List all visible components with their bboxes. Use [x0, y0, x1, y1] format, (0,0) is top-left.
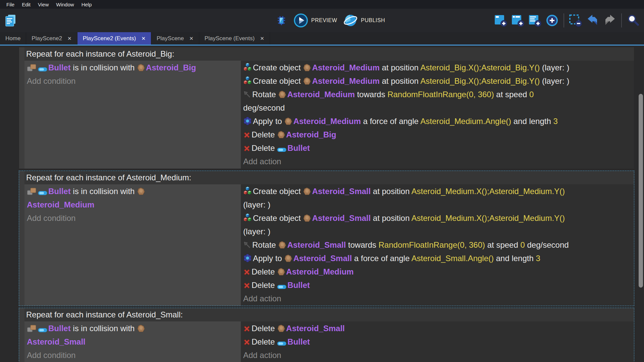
gdevelop-window: File Edit View Window Help PREVIEW PUBLI… — [0, 0, 644, 362]
tab-label: PlayScene2 — [32, 35, 62, 42]
text-obj: Bullet — [48, 63, 71, 72]
add-condition-button[interactable]: Add condition — [27, 74, 238, 88]
action-line[interactable]: Create object Asteroid_Small at position… — [243, 185, 632, 212]
add-action-button[interactable]: Add action — [243, 349, 632, 362]
add-subevent-button[interactable] — [511, 13, 525, 28]
text-plain: Delete — [252, 324, 277, 333]
tab-playscene-events[interactable]: PlayScene (Events)✕ — [199, 32, 270, 45]
text-plain: is in collision with — [71, 324, 137, 333]
vertical-scrollbar-thumb[interactable] — [639, 94, 643, 288]
preview-button[interactable]: PREVIEW — [293, 12, 338, 28]
menu-file[interactable]: File — [3, 1, 18, 8]
event-drag-handle[interactable] — [19, 47, 24, 169]
undo-button[interactable] — [585, 13, 600, 28]
tab-close-icon[interactable]: ✕ — [141, 36, 146, 42]
event-drag-handle[interactable] — [19, 308, 24, 362]
action-line[interactable]: Create object Asteroid_Medium at positio… — [243, 74, 632, 88]
text-plain: at position — [380, 63, 420, 72]
actions-cell[interactable]: Delete Asteroid_SmallDelete BulletAdd ac… — [241, 321, 634, 362]
add-circle-button[interactable] — [545, 13, 559, 28]
text-obj: Asteroid_Small — [287, 240, 346, 249]
action-line[interactable]: Delete Asteroid_Small — [243, 322, 632, 335]
text-obj: Asteroid_Big — [146, 63, 196, 72]
condition-line[interactable]: Bullet is in collision with Asteroid_Sma… — [27, 322, 238, 349]
condition-line[interactable]: Bullet is in collision with Asteroid_Med… — [27, 185, 238, 212]
action-line[interactable]: Apply to Asteroid_Medium a force of angl… — [243, 115, 632, 128]
text-plain: towards — [346, 240, 378, 249]
action-line[interactable]: Delete Bullet — [243, 279, 632, 292]
repeat-event-header[interactable]: Repeat for each instance of Asteroid_Big… — [24, 47, 634, 61]
rotate-icon — [243, 90, 251, 99]
search-button[interactable] — [626, 13, 641, 28]
conditions-cell[interactable]: Bullet is in collision with Asteroid_Big… — [24, 61, 241, 169]
text-plain: at position — [380, 76, 420, 85]
project-manager-button[interactable] — [4, 13, 17, 27]
repeat-event-header[interactable]: Repeat for each instance of Asteroid_Sma… — [24, 308, 634, 321]
tab-close-icon[interactable]: ✕ — [260, 36, 264, 42]
tab-home[interactable]: Home — [0, 32, 26, 45]
asteroid-icon — [278, 241, 286, 249]
tab-playscene2[interactable]: PlayScene2✕ — [26, 32, 77, 45]
text-expr: 3 — [536, 254, 540, 263]
text-obj: Asteroid_Small — [312, 214, 371, 223]
tab-playscene[interactable]: PlayScene✕ — [151, 32, 199, 45]
delete-selection-icon — [569, 14, 582, 27]
action-line[interactable]: Delete Asteroid_Medium — [243, 265, 632, 279]
collision-icon — [27, 324, 37, 333]
collision-icon — [27, 64, 37, 72]
delete-icon — [243, 268, 251, 276]
tab-close-icon[interactable]: ✕ — [67, 36, 72, 42]
condition-line[interactable]: Bullet is in collision with Asteroid_Big — [27, 61, 238, 74]
delete-selection-button[interactable] — [568, 13, 583, 28]
bullet-icon — [38, 67, 47, 72]
add-comment-button[interactable] — [528, 13, 542, 28]
add-event-button[interactable] — [493, 13, 508, 28]
action-line[interactable]: Rotate Asteroid_Medium towards RandomFlo… — [243, 88, 632, 115]
add-action-button[interactable]: Add action — [243, 155, 632, 168]
text-obj: Bullet — [287, 337, 310, 346]
action-line[interactable]: Create object Asteroid_Small at position… — [243, 212, 632, 238]
action-line[interactable]: Delete Bullet — [243, 141, 632, 155]
event-block[interactable]: Repeat for each instance of Asteroid_Sma… — [19, 308, 634, 362]
menu-window[interactable]: Window — [52, 1, 77, 8]
tab-close-icon[interactable]: ✕ — [189, 36, 194, 42]
text-plain: Apply to — [253, 254, 284, 263]
add-condition-button[interactable]: Add condition — [27, 349, 238, 362]
action-line[interactable]: Rotate Asteroid_Small towards RandomFloa… — [243, 238, 632, 252]
event-block[interactable]: Repeat for each instance of Asteroid_Big… — [19, 47, 634, 169]
text-obj: Asteroid_Medium — [286, 267, 354, 276]
text-plain: Delete — [252, 281, 277, 290]
conditions-cell[interactable]: Bullet is in collision with Asteroid_Med… — [24, 184, 241, 306]
event-block[interactable]: Repeat for each instance of Asteroid_Med… — [19, 171, 634, 306]
text-expr: 3 — [553, 117, 557, 126]
text-obj: Asteroid_Big — [286, 130, 336, 139]
debug-button[interactable] — [275, 14, 288, 27]
text-expr: Asteroid_Big.X();Asteroid_Big.Y() — [420, 76, 540, 85]
publish-button[interactable]: PUBLISH — [342, 12, 386, 28]
redo-button[interactable] — [602, 13, 617, 28]
actions-cell[interactable]: Create object Asteroid_Small at position… — [241, 184, 634, 306]
menu-edit[interactable]: Edit — [18, 1, 34, 8]
add-condition-button[interactable]: Add condition — [27, 212, 238, 225]
text-obj: Bullet — [48, 324, 71, 333]
action-line[interactable]: Apply to Asteroid_Small a force of angle… — [243, 252, 632, 265]
event-drag-handle[interactable] — [19, 171, 24, 306]
actions-cell[interactable]: Create object Asteroid_Medium at positio… — [241, 61, 634, 169]
text-obj: Asteroid_Medium — [312, 76, 379, 85]
action-line[interactable]: Delete Asteroid_Big — [243, 128, 632, 141]
action-line[interactable]: Delete Bullet — [243, 335, 632, 349]
menu-help[interactable]: Help — [78, 1, 96, 8]
add-action-button[interactable]: Add action — [243, 292, 632, 305]
action-line[interactable]: Create object Asteroid_Medium at positio… — [243, 61, 632, 74]
conditions-cell[interactable]: Bullet is in collision with Asteroid_Sma… — [24, 321, 241, 362]
asteroid-icon — [284, 117, 292, 125]
text-obj: Asteroid_Medium — [287, 90, 355, 99]
repeat-event-header[interactable]: Repeat for each instance of Asteroid_Med… — [24, 171, 634, 184]
text-plain: and length — [511, 117, 553, 126]
add-subevent-icon — [511, 14, 525, 27]
text-plain: towards — [355, 90, 387, 99]
tab-playscene2-events[interactable]: PlayScene2 (Events)✕ — [77, 32, 151, 45]
text-expr: Asteroid_Medium.Angle() — [420, 117, 511, 126]
asteroid-icon — [303, 64, 311, 72]
menu-view[interactable]: View — [34, 1, 52, 8]
